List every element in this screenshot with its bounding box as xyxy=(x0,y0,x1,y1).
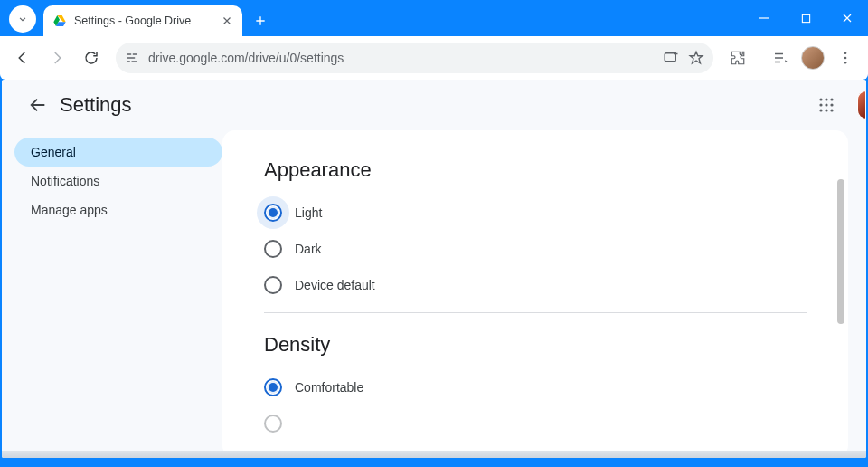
density-option-next[interactable] xyxy=(264,405,807,442)
tab-title: Settings - Google Drive xyxy=(74,14,213,27)
svg-point-19 xyxy=(819,109,822,111)
close-icon xyxy=(221,14,233,27)
nav-reload-button[interactable] xyxy=(76,43,107,73)
drive-settings-header: Settings xyxy=(2,80,866,130)
density-option-comfortable[interactable]: Comfortable xyxy=(264,369,807,405)
svg-point-15 xyxy=(830,98,833,100)
kebab-icon xyxy=(837,50,854,66)
toolbar-separator xyxy=(759,48,760,68)
scrollbar-thumb[interactable] xyxy=(837,179,844,324)
tab-search-button[interactable] xyxy=(9,5,36,33)
svg-point-20 xyxy=(825,109,827,111)
radio-icon xyxy=(264,415,282,433)
browser-toolbar: drive.google.com/drive/u/0/settings xyxy=(0,36,868,80)
url-text: drive.google.com/drive/u/0/settings xyxy=(148,51,654,65)
svg-point-13 xyxy=(819,98,822,100)
close-icon xyxy=(842,13,853,24)
window-titlebar: Settings - Google Drive xyxy=(0,0,868,36)
svg-point-11 xyxy=(844,57,847,60)
sidebar-item-notifications[interactable]: Notifications xyxy=(14,167,222,195)
window-minimize-button[interactable] xyxy=(743,0,785,36)
settings-back-button[interactable] xyxy=(20,87,56,123)
svg-point-21 xyxy=(830,109,833,111)
svg-point-10 xyxy=(844,52,847,54)
maximize-icon xyxy=(801,14,811,24)
radio-icon xyxy=(264,240,282,258)
site-settings-icon[interactable] xyxy=(125,51,139,65)
chrome-menu-button[interactable] xyxy=(830,43,861,73)
radio-label: Comfortable xyxy=(295,380,363,395)
install-app-icon[interactable] xyxy=(663,50,679,66)
account-avatar-button[interactable] xyxy=(857,91,866,119)
bookmark-button[interactable] xyxy=(688,50,704,66)
svg-rect-8 xyxy=(131,61,137,62)
section-title-density: Density xyxy=(264,333,807,357)
svg-point-17 xyxy=(825,103,827,106)
svg-rect-6 xyxy=(127,57,135,58)
sidebar-item-label: Manage apps xyxy=(31,203,108,217)
avatar-icon xyxy=(801,46,825,70)
address-bar[interactable]: drive.google.com/drive/u/0/settings xyxy=(116,43,713,73)
radio-icon xyxy=(264,204,282,222)
section-title-appearance: Appearance xyxy=(264,158,807,182)
radio-label: Light xyxy=(295,205,322,220)
settings-sidebar: General Notifications Manage apps xyxy=(14,130,222,458)
appearance-option-dark[interactable]: Dark xyxy=(264,231,807,267)
page-title: Settings xyxy=(60,93,132,117)
star-icon xyxy=(688,50,704,66)
sidebar-item-general[interactable]: General xyxy=(14,138,222,167)
playlist-icon xyxy=(772,50,788,66)
apps-grid-icon xyxy=(818,97,835,113)
arrow-left-icon xyxy=(28,95,48,115)
bottom-edge xyxy=(2,451,866,458)
browser-tab[interactable]: Settings - Google Drive xyxy=(43,5,242,36)
settings-panel: Appearance Light Dark Device default Den… xyxy=(222,130,848,458)
radio-label: Dark xyxy=(295,242,322,256)
chevron-down-icon xyxy=(16,13,29,25)
svg-rect-4 xyxy=(127,53,131,54)
svg-point-14 xyxy=(825,98,827,100)
divider xyxy=(264,138,807,138)
minimize-icon xyxy=(759,13,769,24)
svg-rect-3 xyxy=(802,14,809,22)
arrow-right-icon xyxy=(49,50,65,66)
divider xyxy=(264,312,807,313)
tab-close-button[interactable] xyxy=(221,14,233,27)
sidebar-item-manage-apps[interactable]: Manage apps xyxy=(14,195,222,224)
radio-icon xyxy=(264,378,282,396)
drive-favicon-icon xyxy=(52,14,67,28)
appearance-option-light[interactable]: Light xyxy=(264,195,807,231)
sidebar-item-label: Notifications xyxy=(31,174,99,188)
svg-point-12 xyxy=(844,62,847,64)
window-close-button[interactable] xyxy=(826,0,868,36)
reload-icon xyxy=(83,50,99,66)
svg-point-18 xyxy=(830,103,833,106)
radio-label: Device default xyxy=(295,278,375,292)
new-tab-button[interactable] xyxy=(248,8,273,33)
svg-point-16 xyxy=(819,103,822,106)
google-apps-button[interactable] xyxy=(808,87,844,123)
profile-button[interactable] xyxy=(797,43,828,73)
radio-icon xyxy=(264,276,282,294)
sidebar-item-label: General xyxy=(31,145,76,159)
nav-back-button[interactable] xyxy=(7,43,38,73)
svg-rect-7 xyxy=(127,61,130,62)
window-maximize-button[interactable] xyxy=(785,0,826,36)
svg-rect-5 xyxy=(133,53,137,54)
arrow-left-icon xyxy=(14,50,31,66)
page-content: Settings General Notifications Manage ap… xyxy=(2,80,866,458)
plus-icon xyxy=(253,14,268,28)
nav-forward-button[interactable] xyxy=(42,43,72,73)
appearance-option-device-default[interactable]: Device default xyxy=(264,267,807,303)
media-control-button[interactable] xyxy=(765,43,796,73)
puzzle-icon xyxy=(730,50,746,66)
extensions-button[interactable] xyxy=(722,43,753,73)
